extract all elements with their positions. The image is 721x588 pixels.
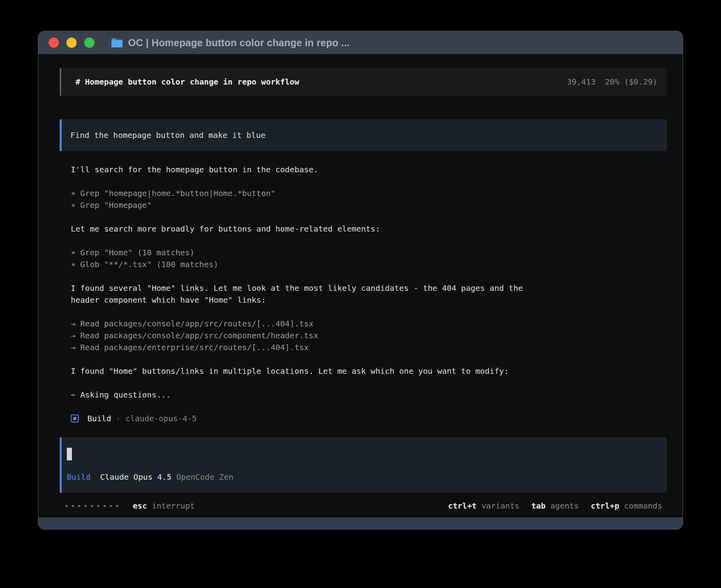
assistant-text: Let me search more broadly for buttons a… [71, 223, 667, 235]
agents-hint: tab agents [531, 500, 579, 512]
model-label: Claude Opus 4.5 [100, 471, 172, 483]
maximize-button[interactable] [84, 38, 94, 48]
interrupt-label: interrupt [152, 500, 194, 512]
spinner-dots-icon [66, 505, 123, 507]
assistant-text: I'll search for the homepage button in t… [71, 164, 667, 175]
token-count: 39,413 [567, 76, 595, 88]
input-meta: Build Claude Opus 4.5 OpenCode Zen [67, 471, 667, 483]
user-message: Find the homepage button and make it blu… [60, 119, 667, 151]
session-title: # Homepage button color change in repo w… [75, 76, 299, 88]
tool-call-read: → Read packages/console/app/src/componen… [71, 330, 667, 341]
session-stats: 39,413 20% ($0.29) [567, 76, 657, 88]
agent-name: Build [87, 413, 111, 424]
tool-call-grep: ∗ Grep "homepage|home.*button|Home.*butt… [71, 187, 667, 199]
separator-dot: · [116, 413, 121, 424]
tool-call-grep: ∗ Grep "Home" (18 matches) [71, 247, 667, 258]
tool-call-grep: ∗ Grep "Homepage" [71, 199, 667, 211]
agents-label: agents [550, 500, 579, 512]
tool-call-read: → Read packages/enterprise/src/routes/[.… [71, 341, 667, 353]
assistant-text: header component which have "Home" links… [71, 294, 667, 306]
terminal-window: OC | Homepage button color change in rep… [38, 31, 683, 530]
tab-key: tab [531, 500, 545, 512]
window-bottom-strip [38, 517, 683, 529]
folder-icon [111, 38, 123, 48]
ctrl-p-key: ctrl+p [591, 500, 619, 512]
tool-call-read: → Read packages/console/app/src/routes/[… [71, 318, 667, 330]
close-button[interactable] [49, 38, 59, 48]
user-message-text: Find the homepage button and make it blu… [70, 129, 266, 141]
ctrl-t-key: ctrl+t [448, 500, 476, 512]
terminal-content: # Homepage button color change in repo w… [38, 54, 683, 517]
assistant-transcript: I'll search for the homepage button in t… [71, 164, 667, 424]
tool-call-glob: ∗ Glob "**/*.tsx" (100 matches) [71, 258, 667, 270]
commands-label: commands [624, 500, 662, 512]
esc-key-hint: esc [133, 500, 147, 512]
mode-label[interactable]: Build [67, 471, 91, 483]
commands-hint: ctrl+p commands [591, 500, 662, 512]
asking-status: ~ Asking questions... [71, 389, 667, 401]
text-cursor [67, 448, 72, 460]
prompt-input[interactable]: Build Claude Opus 4.5 OpenCode Zen [60, 437, 667, 493]
title-bar[interactable]: OC | Homepage button color change in rep… [38, 31, 683, 54]
provider-label: OpenCode Zen [176, 471, 234, 483]
agent-model: claude-opus-4-5 [125, 413, 197, 424]
window-title: OC | Homepage button color change in rep… [128, 37, 349, 49]
agent-badge: Build · claude-opus-4-5 [71, 413, 667, 424]
variants-hint: ctrl+t variants [448, 500, 519, 512]
context-usage: 20% ($0.29) [605, 76, 657, 88]
minimize-button[interactable] [66, 38, 77, 48]
variants-label: variants [481, 500, 519, 512]
assistant-text: I found "Home" buttons/links in multiple… [71, 365, 667, 377]
status-bar: esc interrupt ctrl+t variants tab agents… [60, 497, 667, 515]
build-agent-icon [71, 415, 79, 422]
session-header: # Homepage button color change in repo w… [60, 68, 667, 96]
assistant-text: I found several "Home" links. Let me loo… [71, 282, 667, 294]
